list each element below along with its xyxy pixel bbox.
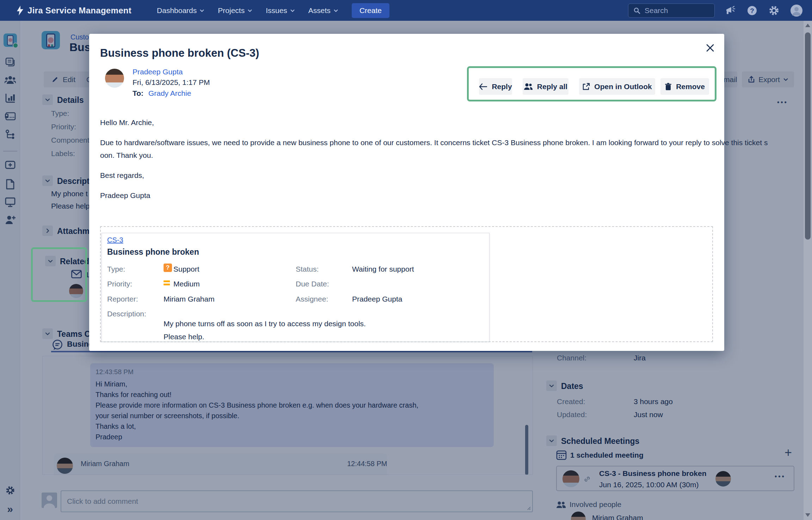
question-icon: ? xyxy=(746,5,758,16)
ticket-status-label: Status: xyxy=(296,265,319,273)
email-detail-modal: Business phone broken (CS-3) Pradeep Gup… xyxy=(89,34,724,351)
reply-all-button[interactable]: Reply all xyxy=(523,78,568,95)
sender-name[interactable]: Pradeep Gupta xyxy=(133,68,183,76)
search-icon xyxy=(633,7,640,14)
recipient-row: To: Grady Archie xyxy=(133,89,191,98)
priority-medium-icon-bar xyxy=(164,284,170,285)
reply-label: Reply xyxy=(492,82,512,91)
help-button[interactable]: ? xyxy=(746,5,758,16)
gear-icon xyxy=(768,5,780,16)
remove-label: Remove xyxy=(676,82,705,91)
top-navbar: Jira Service Management Dashboards Proje… xyxy=(0,0,812,21)
remove-button[interactable]: Remove xyxy=(660,78,709,95)
create-button[interactable]: Create xyxy=(352,3,389,18)
ticket-card: CS-3 Business phone broken Type: ? Suppo… xyxy=(102,233,490,342)
ticket-reporter-value: Miriam Graham xyxy=(164,295,215,303)
to-label: To: xyxy=(133,89,143,97)
app-window: Custo Bus Edit C mail Export ••• Details… xyxy=(0,0,812,520)
ticket-title: Business phone broken xyxy=(107,247,199,257)
trash-icon xyxy=(665,83,672,91)
priority-medium-icon xyxy=(164,280,170,282)
ticket-description-line: Please help. xyxy=(164,333,204,341)
modal-title: Business phone broken (CS-3) xyxy=(100,47,259,60)
chevron-down-icon xyxy=(333,8,338,13)
page-scrollbar-thumb[interactable] xyxy=(805,32,811,240)
nav-menu-label: Dashboards xyxy=(157,6,197,15)
avatar xyxy=(105,69,124,88)
nav-menu-label: Assets xyxy=(308,6,331,15)
nav-menu-label: Issues xyxy=(266,6,287,15)
megaphone-icon xyxy=(725,6,736,16)
search-placeholder: Search xyxy=(645,6,668,15)
reply-all-label: Reply all xyxy=(537,82,567,91)
ticket-priority-value: Medium xyxy=(173,280,200,288)
email-body-line: Due to hardware/software issues, we need… xyxy=(100,138,768,147)
profile-button[interactable] xyxy=(790,4,803,17)
open-in-outlook-label: Open in Outlook xyxy=(594,82,652,91)
close-icon[interactable] xyxy=(705,43,715,53)
reply-arrow-icon xyxy=(479,83,487,90)
ticket-reporter-label: Reporter: xyxy=(107,295,138,303)
reply-button[interactable]: Reply xyxy=(479,78,512,95)
nav-menu-projects[interactable]: Projects xyxy=(218,6,252,15)
ticket-assignee-value: Pradeep Gupta xyxy=(352,295,402,303)
chevron-down-icon xyxy=(290,8,295,13)
chevron-down-icon xyxy=(247,8,252,13)
announcements-button[interactable] xyxy=(725,6,736,16)
settings-button[interactable] xyxy=(768,5,780,16)
nav-menu-dashboards[interactable]: Dashboards xyxy=(157,6,204,15)
ticket-description-line: My phone turns off as soon as I try to a… xyxy=(164,320,366,328)
bolt-logo-icon xyxy=(16,5,25,16)
avatar xyxy=(790,4,803,17)
recipient-name[interactable]: Grady Archie xyxy=(148,89,191,97)
email-body-line: Pradeep Gupta xyxy=(100,191,150,200)
open-external-icon xyxy=(582,83,590,91)
nav-menu-issues[interactable]: Issues xyxy=(266,6,295,15)
app-logo-text[interactable]: Jira Service Management xyxy=(27,6,131,16)
ticket-description-label: Description: xyxy=(107,310,146,318)
svg-text:?: ? xyxy=(750,7,754,14)
email-body-line: Hello Mr. Archie, xyxy=(100,118,154,127)
ticket-due-label: Due Date: xyxy=(296,280,329,288)
email-body-line: oon. Thank you. xyxy=(100,151,153,160)
chevron-down-icon xyxy=(199,8,204,13)
nav-menu-label: Projects xyxy=(218,6,245,15)
sender-date: Fri, 6/13/2025, 1:17 PM xyxy=(133,78,210,87)
ticket-priority-label: Priority: xyxy=(107,280,132,288)
open-in-outlook-button[interactable]: Open in Outlook xyxy=(579,78,655,95)
support-type-icon: ? xyxy=(164,264,172,272)
ticket-status-value: Waiting for support xyxy=(352,265,414,273)
search-input[interactable]: Search xyxy=(628,4,715,18)
nav-menu-assets[interactable]: Assets xyxy=(308,6,338,15)
ticket-key-link[interactable]: CS-3 xyxy=(107,236,123,244)
scroll-down-icon[interactable] xyxy=(805,513,811,517)
people-icon xyxy=(524,83,533,91)
ticket-assignee-label: Assignee: xyxy=(296,295,328,303)
email-body-line: Best regards, xyxy=(100,171,144,180)
ticket-type-label: Type: xyxy=(107,265,125,273)
scroll-up-icon[interactable] xyxy=(805,23,811,27)
ticket-type-value: Support xyxy=(173,265,199,273)
